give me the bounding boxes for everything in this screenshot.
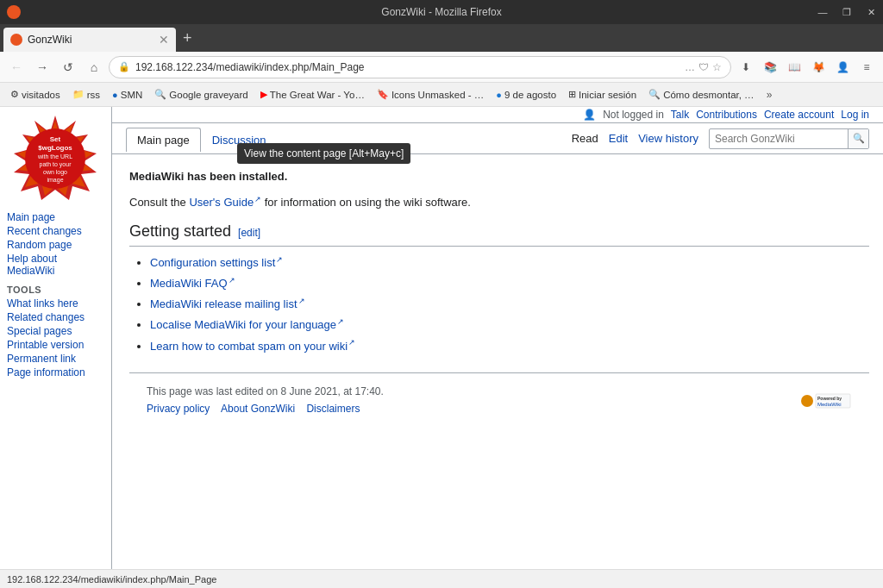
bookmark-label: SMN	[121, 90, 143, 100]
spam-link[interactable]: Learn how to combat spam on your wiki	[150, 340, 355, 353]
log-in-link[interactable]: Log in	[841, 109, 869, 121]
list-item: Configuration settings list	[150, 253, 869, 272]
close-button[interactable]: ✕	[859, 0, 883, 24]
disclaimers-link[interactable]: Disclaimers	[306, 403, 360, 415]
sidebar-item-random-page[interactable]: Random page	[7, 238, 104, 252]
localise-link[interactable]: Localise MediaWiki for your language	[150, 318, 344, 331]
address-bar[interactable]: 🔒 192.168.122.234/mediawiki/index.php/Ma…	[109, 56, 731, 78]
mailing-list-link[interactable]: MediaWiki release mailing list	[150, 297, 305, 310]
tab-favicon	[10, 34, 22, 46]
action-view-history[interactable]: View history	[638, 132, 698, 145]
contributions-link[interactable]: Contributions	[696, 109, 757, 121]
reader-icon[interactable]: 📖	[783, 56, 805, 78]
bookmark-label: Google graveyard	[169, 90, 247, 100]
minimize-button[interactable]: —	[811, 0, 835, 24]
privacy-link[interactable]: Privacy policy	[147, 403, 210, 415]
restore-button[interactable]: ❐	[835, 0, 859, 24]
bookmarks-more-button[interactable]: »	[763, 87, 776, 103]
sidebar-item-related-changes[interactable]: Related changes	[7, 310, 104, 324]
sidebar-item-recent-changes[interactable]: Recent changes	[7, 224, 104, 238]
users-guide-link[interactable]: User's Guide	[189, 196, 261, 209]
download-icon[interactable]: ⬇	[735, 56, 757, 78]
sidebar-item-printable-version[interactable]: Printable version	[7, 338, 104, 352]
sidebar-navigation: Main page Recent changes Random page Hel…	[0, 207, 111, 383]
bookmark-google-graveyard[interactable]: 🔍 Google graveyard	[151, 87, 251, 102]
menu-button[interactable]: ≡	[855, 56, 878, 78]
powered-by: Powered by MediaWiki	[800, 391, 852, 411]
bookmark-visitados[interactable]: ⚙ visitados	[7, 87, 64, 102]
bookmark-desmontar[interactable]: 🔍 Cómo desmontar, …	[645, 87, 757, 102]
bookmark-icons-unmasked[interactable]: 🔖 Icons Unmasked - …	[373, 87, 487, 102]
sidebar-item-main-page[interactable]: Main page	[7, 210, 104, 224]
new-tab-button[interactable]: +	[176, 29, 199, 47]
bookmark-icon: ●	[496, 90, 502, 100]
bookmark-smn[interactable]: ● SMN	[109, 88, 146, 102]
about-link[interactable]: About GonzWiki	[221, 403, 295, 415]
bookmark-label: 9 de agosto	[504, 90, 556, 100]
library-icon[interactable]: 📚	[759, 56, 781, 78]
svg-text:Set: Set	[50, 135, 61, 143]
consult-suffix: for information on using the wiki softwa…	[265, 196, 471, 209]
person-icon: 👤	[583, 109, 596, 121]
svg-text:image: image	[47, 177, 63, 184]
config-settings-link[interactable]: Configuration settings list	[150, 256, 283, 269]
svg-text:own logo: own logo	[43, 169, 67, 176]
sidebar-item-page-information[interactable]: Page information	[7, 366, 104, 379]
extension-icon[interactable]: 🦊	[807, 56, 830, 78]
list-item: MediaWiki FAQ	[150, 274, 869, 293]
action-edit[interactable]: Edit	[609, 132, 628, 145]
browser-tab[interactable]: GonzWiki ✕	[3, 28, 176, 52]
bookmark-label: Cómo desmontar, …	[663, 90, 754, 100]
getting-started-list: Configuration settings list MediaWiki FA…	[150, 253, 869, 356]
refresh-button[interactable]: ↺	[57, 56, 79, 78]
home-button[interactable]: ⌂	[83, 56, 105, 78]
sidebar-item-special-pages[interactable]: Special pages	[7, 324, 104, 338]
edit-section-link[interactable]: [edit]	[238, 225, 260, 241]
tab-main-page[interactable]: Main page	[126, 128, 201, 152]
bookmark-label: The Great War - Yo…	[270, 90, 365, 100]
statusbar: 192.168.122.234/mediawiki/index.php/Main…	[0, 569, 883, 588]
sync-icon[interactable]: 👤	[831, 56, 854, 78]
ubuntu-icon	[7, 5, 21, 19]
create-account-link[interactable]: Create account	[764, 109, 834, 121]
wiki-logo: Set $wgLogos with the URL path to your o…	[7, 114, 103, 200]
window-controls: — ❐ ✕	[811, 0, 883, 24]
tab-discussion[interactable]: Discussion	[201, 128, 278, 152]
sidebar-item-what-links-here[interactable]: What links here	[7, 297, 104, 310]
wiki-sidebar: Set $wgLogos with the URL path to your o…	[0, 107, 112, 569]
svg-point-9	[801, 395, 813, 407]
wiki-page-header: Main page Discussion Read Edit View hist…	[112, 123, 883, 154]
tab-close-button[interactable]: ✕	[159, 34, 169, 46]
logo-svg: Set $wgLogos with the URL path to your o…	[7, 114, 103, 200]
bookmark-great-war[interactable]: ▶ The Great War - Yo…	[257, 87, 368, 102]
mediawiki-faq-link[interactable]: MediaWiki FAQ	[150, 277, 235, 290]
bookmark-iniciar-sesion[interactable]: ⊞ Iniciar sesión	[565, 87, 640, 102]
bookmark-label: Icons Unmasked - …	[391, 90, 484, 100]
bookmark-label: rss	[87, 90, 100, 100]
back-button[interactable]: ←	[5, 56, 28, 78]
bookmark-label: visitados	[22, 90, 60, 100]
sidebar-item-permanent-link[interactable]: Permanent link	[7, 352, 104, 366]
bookmark-icon: 🔍	[648, 89, 661, 100]
star-icon[interactable]: ☆	[712, 61, 722, 73]
svg-text:with the URL: with the URL	[37, 153, 72, 160]
forward-button[interactable]: →	[31, 56, 53, 78]
mediawiki-logo-svg: Powered by MediaWiki	[800, 391, 852, 411]
svg-text:path to your: path to your	[40, 161, 72, 168]
wiki-search-form: 🔍	[709, 128, 869, 149]
bookmark-icon: 📁	[72, 89, 85, 100]
more-icon[interactable]: …	[685, 61, 695, 73]
consult-text: Consult the	[129, 196, 186, 209]
bookmark-icon: ⚙	[10, 89, 19, 100]
lock-icon: 🔒	[118, 61, 130, 72]
consult-paragraph: Consult the User's Guide for information…	[129, 193, 869, 212]
bookmark-rss[interactable]: 📁 rss	[69, 87, 103, 102]
bookmark-9agosto[interactable]: ● 9 de agosto	[492, 88, 560, 102]
tab-label: GonzWiki	[28, 34, 72, 46]
action-read[interactable]: Read	[572, 132, 598, 145]
wiki-search-input[interactable]	[710, 133, 848, 145]
wiki-search-button[interactable]: 🔍	[848, 128, 868, 149]
sidebar-item-help[interactable]: Help about MediaWiki	[7, 252, 104, 278]
talk-link[interactable]: Talk	[671, 109, 689, 121]
status-url: 192.168.122.234/mediawiki/index.php/Main…	[7, 574, 216, 585]
